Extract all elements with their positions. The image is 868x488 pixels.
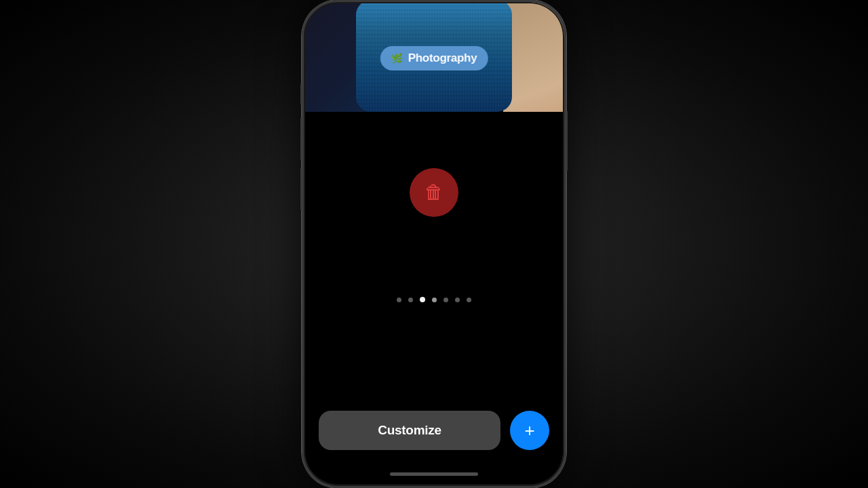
dot-4 — [432, 298, 437, 302]
leaf-icon: 🌿 — [391, 53, 403, 64]
home-indicator — [390, 472, 478, 476]
dot-6 — [455, 298, 460, 302]
customize-label: Customize — [378, 423, 441, 438]
phone-frame: 🌿 Photography 🗑 Customize + — [302, 0, 566, 488]
dot-5 — [443, 298, 448, 302]
volume-up-button — [300, 117, 303, 161]
screen-background — [304, 112, 564, 325]
bottom-toolbar: Customize + — [319, 411, 549, 450]
dot-3-active — [420, 297, 425, 302]
dot-1 — [397, 298, 401, 302]
trash-icon: 🗑 — [425, 183, 443, 202]
badge-label: Photography — [408, 52, 477, 65]
mute-button — [300, 83, 303, 105]
customize-button[interactable]: Customize — [319, 411, 500, 450]
volume-down-button — [300, 167, 303, 211]
dot-7 — [467, 298, 471, 302]
add-widget-button[interactable]: + — [510, 411, 549, 450]
photography-badge[interactable]: 🌿 Photography — [380, 46, 488, 70]
plus-icon: + — [524, 422, 534, 439]
delete-widget-button[interactable]: 🗑 — [410, 168, 458, 217]
phone-screen: 🌿 Photography 🗑 Customize + — [304, 0, 564, 484]
dot-2 — [408, 298, 413, 302]
power-button — [565, 110, 568, 171]
page-indicator — [397, 297, 471, 302]
